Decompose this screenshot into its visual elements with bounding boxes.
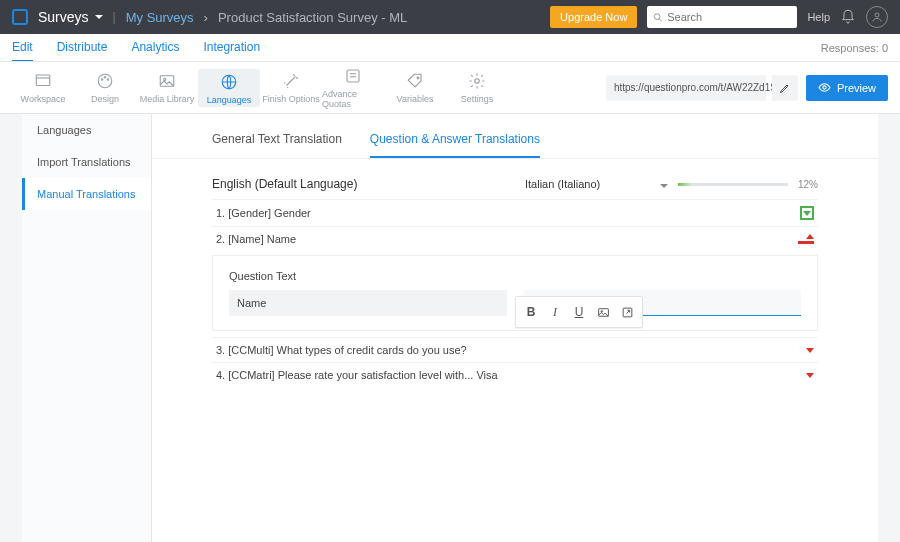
chevron-down-icon	[806, 373, 814, 378]
question-list: 1. [Gender] Gender 2. [Name] Name Questi…	[152, 199, 878, 387]
svg-point-0	[655, 13, 661, 19]
app-logo-icon	[12, 9, 28, 25]
share-url[interactable]: https://questionpro.com/t/AW22Zd1S1	[606, 75, 766, 101]
svg-point-8	[107, 78, 109, 80]
tool-media[interactable]: Media Library	[136, 72, 198, 104]
svg-point-17	[475, 78, 480, 83]
target-language-col: Italian (Italiano) 12%	[525, 178, 818, 190]
tool-label: Design	[91, 94, 119, 104]
bold-button[interactable]: B	[520, 301, 542, 323]
gear-icon	[468, 72, 486, 90]
tool-finish[interactable]: Finish Options	[260, 72, 322, 104]
svg-line-1	[660, 18, 662, 20]
brand-menu[interactable]: Surveys	[38, 9, 103, 25]
external-link-icon	[621, 306, 634, 319]
question-row-1[interactable]: 1. [Gender] Gender	[212, 199, 818, 226]
nav-distribute[interactable]: Distribute	[57, 34, 108, 61]
svg-point-6	[101, 78, 103, 80]
quota-icon	[344, 67, 362, 85]
tab-qa[interactable]: Question & Answer Translations	[370, 132, 540, 158]
target-language-dropdown[interactable]: Italian (Italiano)	[525, 178, 668, 190]
preview-label: Preview	[837, 82, 876, 94]
image-icon	[597, 306, 610, 319]
image-icon	[158, 72, 176, 90]
tool-label: Finish Options	[262, 94, 320, 104]
workspace-icon	[34, 72, 52, 90]
avatar-icon	[866, 6, 888, 28]
question-row-2[interactable]: 2. [Name] Name	[212, 226, 818, 251]
svg-point-16	[417, 77, 419, 79]
image-button[interactable]	[592, 301, 614, 323]
sidebar-item-import[interactable]: Import Translations	[22, 146, 151, 178]
nav-analytics[interactable]: Analytics	[131, 34, 179, 61]
tag-icon	[406, 72, 424, 90]
nav-edit[interactable]: Edit	[12, 34, 33, 61]
topbar: Surveys | My Surveys › Product Satisfact…	[0, 0, 900, 34]
question-row-4[interactable]: 4. [CCMatri] Please rate your satisfacti…	[212, 362, 818, 387]
edit-toolbar: Workspace Design Media Library Languages…	[0, 62, 900, 114]
italic-button[interactable]: I	[544, 301, 566, 323]
chevron-down-icon	[95, 15, 103, 19]
svg-rect-13	[347, 70, 359, 82]
translation-tabs: General Text Translation Question & Answ…	[152, 132, 878, 159]
search-input-wrapper[interactable]	[647, 6, 797, 28]
default-language-label: English (Default Language)	[212, 177, 505, 191]
chevron-right-icon: ›	[204, 10, 208, 25]
untranslated-indicator-icon	[798, 241, 814, 244]
tool-label: Variables	[397, 94, 434, 104]
chevron-down-icon	[660, 178, 668, 190]
tool-design[interactable]: Design	[74, 72, 136, 104]
tool-workspace[interactable]: Workspace	[12, 72, 74, 104]
palette-icon	[96, 72, 114, 90]
question-row-3[interactable]: 3. [CCMulti] What types of credit cards …	[212, 337, 818, 362]
chevron-down-icon	[806, 348, 814, 353]
tool-variables[interactable]: Variables	[384, 72, 446, 104]
help-link[interactable]: Help	[807, 11, 830, 23]
wand-icon	[282, 72, 300, 90]
nav-integration[interactable]: Integration	[203, 34, 260, 61]
main-panel: General Text Translation Question & Answ…	[152, 114, 878, 542]
question-label: 3. [CCMulti] What types of credit cards …	[216, 344, 467, 356]
pencil-icon	[779, 82, 791, 94]
language-sidebar: Languages Import Translations Manual Tra…	[22, 114, 152, 542]
tool-settings[interactable]: Settings	[446, 72, 508, 104]
eye-icon	[818, 81, 831, 94]
question-label: 2. [Name] Name	[216, 233, 296, 245]
content-area: Languages Import Translations Manual Tra…	[0, 114, 900, 542]
expand-toggle[interactable]	[800, 206, 814, 220]
breadcrumb-survey-name: Product Satisfaction Survey - ML	[218, 10, 407, 25]
svg-line-12	[287, 76, 296, 85]
translation-progress	[678, 183, 788, 186]
expand-toggle[interactable]	[806, 373, 814, 378]
tool-languages[interactable]: Languages	[198, 69, 260, 107]
tool-label: Media Library	[140, 94, 195, 104]
question-label: 4. [CCMatri] Please rate your satisfacti…	[216, 369, 498, 381]
svg-rect-3	[36, 75, 50, 86]
sidebar-item-languages[interactable]: Languages	[22, 114, 151, 146]
preview-button[interactable]: Preview	[806, 75, 888, 101]
search-input[interactable]	[667, 11, 791, 23]
upgrade-button[interactable]: Upgrade Now	[550, 6, 637, 28]
rich-text-toolbar: B I U	[515, 296, 643, 328]
user-menu[interactable]	[866, 6, 888, 28]
question-text-label: Question Text	[229, 270, 801, 282]
target-language-value: Italian (Italiano)	[525, 178, 600, 190]
chevron-down-icon	[803, 211, 811, 216]
tool-quotas[interactable]: Advance Quotas	[322, 67, 384, 109]
expand-toggle[interactable]	[806, 348, 814, 353]
svg-point-2	[875, 13, 879, 17]
tool-label: Settings	[461, 94, 494, 104]
expand-button[interactable]	[616, 301, 638, 323]
edit-url-button[interactable]	[772, 75, 798, 101]
source-text-input[interactable]: Name	[229, 290, 507, 316]
collapse-toggle[interactable]	[806, 234, 814, 239]
breadcrumb-my-surveys[interactable]: My Surveys	[126, 10, 194, 25]
tab-general[interactable]: General Text Translation	[212, 132, 342, 158]
svg-point-18	[823, 86, 826, 89]
svg-point-7	[104, 76, 106, 78]
sidebar-item-manual[interactable]: Manual Translations	[22, 178, 151, 210]
responses-count: Responses: 0	[821, 34, 888, 61]
underline-button[interactable]: U	[568, 301, 590, 323]
tool-label: Workspace	[21, 94, 66, 104]
notification-bell-icon[interactable]	[840, 9, 856, 25]
